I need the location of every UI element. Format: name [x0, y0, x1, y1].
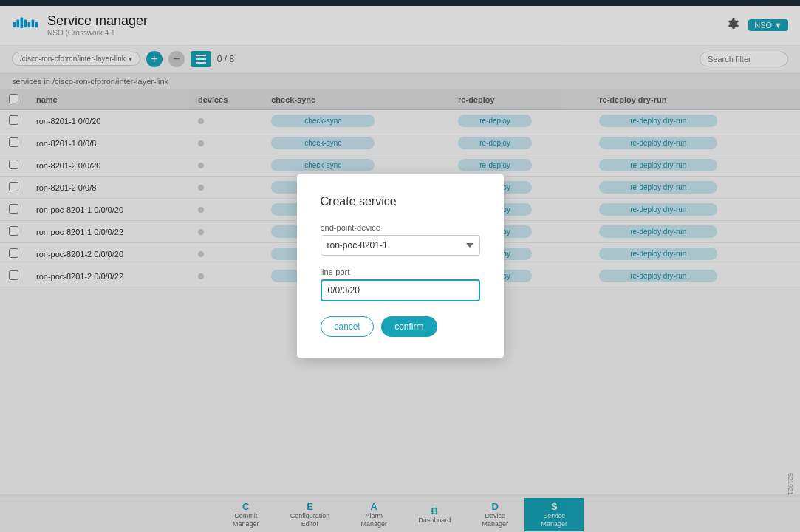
confirm-button[interactable]: confirm — [381, 316, 437, 337]
endpoint-form-group: end-point-device ron-poc-8201-1ron-poc-8… — [321, 223, 480, 256]
endpoint-select[interactable]: ron-poc-8201-1ron-poc-8201-2ron-8201-1ro… — [321, 235, 480, 256]
endpoint-label: end-point-device — [321, 223, 480, 232]
lineport-form-group: line-port — [321, 267, 480, 301]
modal-actions: cancel confirm — [321, 316, 480, 337]
lineport-input[interactable] — [321, 279, 480, 301]
cancel-button[interactable]: cancel — [321, 316, 375, 337]
modal-overlay: Create service end-point-device ron-poc-… — [0, 0, 800, 532]
create-service-modal: Create service end-point-device ron-poc-… — [297, 174, 504, 358]
modal-title: Create service — [321, 195, 480, 208]
lineport-label: line-port — [321, 267, 480, 276]
